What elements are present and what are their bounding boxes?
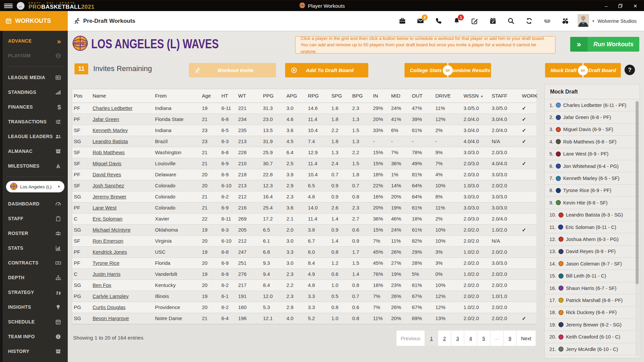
player-name-link[interactable]: Lane West	[91, 202, 153, 213]
table-row[interactable]: CJustin HarrisVanderbilt196-92769.42.34.…	[72, 268, 536, 280]
table-row[interactable]: SGJeremy BrewerColorado216-221216.42.34.…	[72, 191, 536, 202]
mock-draft-item[interactable]: 1.Charles Ledbetter (6-11 - PF)	[545, 99, 640, 111]
column-header-age[interactable]: Age	[200, 89, 220, 103]
table-row[interactable]: SFKenneth MarleyIndiana236-523513.53.610…	[72, 125, 536, 136]
back-icon[interactable]: ←	[17, 2, 24, 10]
sidebar-item-milestones[interactable]: MILESTONES	[3, 159, 68, 173]
table-row[interactable]: CEric SolomanXavier226-1126917.22.111.41…	[72, 213, 536, 224]
table-row[interactable]: SFRob MatthewsWashington216-822825.96.41…	[72, 147, 536, 158]
sidebar-item-strategy[interactable]: STRATEGY	[3, 285, 68, 300]
table-row[interactable]: PFCharles LedbetterIndiana196-1122131.33…	[72, 103, 536, 114]
scrollbar-thumb[interactable]	[636, 101, 639, 284]
mock-draft-item[interactable]: 21.Jerry McArdle (6-10 - C)	[545, 343, 640, 355]
column-header-staff[interactable]: STAFF	[490, 89, 520, 103]
sidebar-item-stats[interactable]: STATS	[3, 241, 68, 255]
table-row[interactable]: PFDavid ReyesDelaware206-921822.83.910.4…	[72, 169, 536, 180]
player-name-link[interactable]: Eric Soloman	[91, 213, 153, 224]
sync-icon[interactable]	[526, 17, 533, 24]
mock-draft-item[interactable]: 14.Jason Coleman (6-7 - SF)	[545, 258, 640, 270]
column-header-drive[interactable]: DRIVE	[434, 89, 462, 103]
column-header-apg[interactable]: APG	[285, 89, 306, 103]
run-workouts-button[interactable]: » Run Workouts	[570, 37, 639, 52]
college-stats-button[interactable]: College Stats	[405, 63, 447, 77]
player-name-link[interactable]: Tyrone Rice	[91, 257, 153, 268]
player-name-link[interactable]: Curtis Douglas	[91, 302, 153, 313]
column-header-pos[interactable]: Pos	[72, 89, 91, 103]
sidebar-item-almanac[interactable]: ALMANAC	[3, 144, 68, 159]
player-name-link[interactable]: Kendrick Jones	[91, 246, 153, 257]
close-button[interactable]: ✕	[633, 3, 637, 9]
sidebar-item-contracts[interactable]: CONTRACTS	[3, 255, 68, 270]
player-name-link[interactable]: Charles Ledbetter	[91, 103, 153, 114]
table-row[interactable]: PFLane WestColorado216-921625.43.614.02.…	[72, 202, 536, 213]
mock-draft-item[interactable]: 19.Jeremy Brewer (6-2 - SG)	[545, 319, 640, 331]
mock-draft-button[interactable]: Mock Draft	[545, 63, 582, 77]
bell-icon[interactable]: 1	[453, 17, 460, 24]
mail-icon[interactable]: 2	[417, 17, 424, 24]
hamburger-menu-icon[interactable]	[4, 4, 13, 8]
prev-button[interactable]: Previous	[396, 330, 425, 346]
sidebar-item-roster[interactable]: ROSTER	[3, 226, 68, 241]
column-header-mid[interactable]: MID	[389, 89, 410, 103]
next-button[interactable]: Next	[517, 330, 536, 346]
column-header-in[interactable]: IN	[371, 89, 389, 103]
column-header-wssn[interactable]: WSSN▼	[462, 89, 490, 103]
table-row[interactable]: PFJafar GreenFlorida State216-823423.04.…	[72, 114, 536, 125]
user-menu[interactable]: ▼ Wolverine Studios	[578, 11, 644, 31]
briefcase-icon[interactable]	[399, 17, 406, 24]
handshake-icon[interactable]	[544, 17, 551, 24]
sidebar-item-play-sim[interactable]: PLAY/SIM	[3, 48, 68, 63]
workouts-module-tab[interactable]: WORKOUTS	[0, 11, 68, 31]
page-button-4[interactable]: 4	[464, 330, 477, 346]
sidebar-item-team-info[interactable]: TEAM INFO	[3, 329, 68, 344]
page-button-9[interactable]: 9	[503, 330, 517, 346]
mock-draft-item[interactable]: 3.Miguel Davis (6-9 - SF)	[545, 124, 640, 136]
calendar-check-icon[interactable]	[489, 17, 496, 24]
column-header-ht[interactable]: HT	[220, 89, 236, 103]
table-row[interactable]: SGLeandro BatistaBrazil236-321331.94.57.…	[72, 136, 536, 147]
mock-draft-item[interactable]: 7.Kenneth Marley (6-5 - SF)	[545, 172, 640, 184]
add-to-draft-board-button[interactable]: Add To Draft Board	[285, 63, 368, 77]
mock-draft-item[interactable]: 12.Joshua Ahern (6-3 - PG)	[545, 233, 640, 245]
player-name-link[interactable]: Michael McIntyre	[91, 224, 153, 235]
draft-board-button[interactable]: Draft Board	[584, 63, 621, 77]
sidebar-item-transactions[interactable]: TRANSACTIONS	[3, 114, 68, 129]
player-name-link[interactable]: Ron Emerson	[91, 235, 153, 246]
mock-draft-item[interactable]: 17.Patrick Marshall (6-8 - PF)	[545, 294, 640, 306]
mock-draft-item[interactable]: 11.Eric Soloman (6-11 - C)	[545, 221, 640, 233]
sidebar-item-depth[interactable]: DEPTH	[3, 270, 68, 285]
player-name-link[interactable]: David Reyes	[91, 169, 153, 180]
table-row[interactable]: SFMiguel DavisLouisville216-921030.72.51…	[72, 158, 536, 169]
player-name-link[interactable]: Josh Sanchez	[91, 180, 153, 191]
page-button-1[interactable]: 1	[425, 330, 438, 346]
mock-draft-item[interactable]: 4.Rob Matthews (6-8 - SF)	[545, 136, 640, 148]
table-row[interactable]: PGCarlyle LampleyIllinois196-119112.02.3…	[72, 291, 536, 302]
table-row[interactable]: SFJosh SanchezColorado206-1021312.32.96.…	[72, 180, 536, 191]
column-header-out[interactable]: OUT	[410, 89, 434, 103]
mock-draft-item[interactable]: 13.David Reyes (6-9 - PF)	[545, 246, 640, 258]
player-name-link[interactable]: Jafar Green	[91, 114, 153, 125]
mock-draft-item[interactable]: 18.Rick Duckrey (6-8 - PF)	[545, 307, 640, 319]
restore-button[interactable]	[618, 4, 623, 8]
table-row[interactable]: SGBen FoxKentucky206-22178.42.24.81.00.8…	[72, 280, 536, 291]
table-row[interactable]: PGCurtis DouglasProvidence206-21605.32.9…	[72, 302, 536, 313]
player-name-link[interactable]: Ben Fox	[91, 280, 153, 291]
table-row[interactable]: SGBevon HargroveNotre Dame216-419612.14.…	[72, 313, 536, 324]
mock-draft-item[interactable]: 2.Jafar Green (6-8 - PF)	[545, 111, 640, 123]
page-button-2[interactable]: 2	[438, 330, 451, 346]
minimize-button[interactable]: –	[605, 3, 607, 9]
player-name-link[interactable]: Carlyle Lampley	[91, 291, 153, 302]
column-header-rpg[interactable]: RPG	[306, 89, 330, 103]
phone-icon[interactable]	[435, 17, 442, 24]
sidebar-item-standings[interactable]: STANDINGS	[3, 85, 68, 100]
mock-draft-item[interactable]: 9.Kevin Hite (6-8 - SF)	[545, 197, 640, 209]
sidebar-item-staff[interactable]: STAFF	[3, 211, 68, 226]
table-row[interactable]: SFRon EmersonVirginia206-102126.13.06.71…	[72, 235, 536, 246]
sidebar-item-league-leaders[interactable]: LEAGUE LEADERS	[3, 129, 68, 144]
sidebar-item-finances[interactable]: FINANCES$	[3, 100, 68, 114]
help-button[interactable]: ?	[625, 65, 635, 75]
sidebar-item-advance[interactable]: ADVANCE»	[3, 34, 68, 48]
player-name-link[interactable]: Miguel Davis	[91, 158, 153, 169]
column-header-work[interactable]: WORK	[520, 89, 536, 103]
mock-draft-item[interactable]: 16.Shaun Harris (6-7 - SF)	[545, 282, 640, 294]
